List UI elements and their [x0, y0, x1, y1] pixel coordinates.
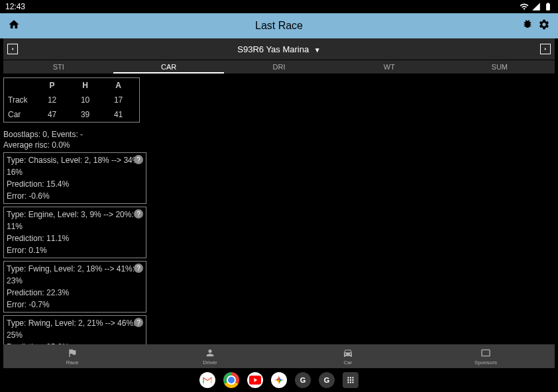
help-icon[interactable]: ?: [134, 155, 143, 164]
dock: G G: [0, 368, 558, 392]
svg-point-7: [347, 381, 349, 383]
youtube-icon[interactable]: [247, 372, 263, 388]
help-icon[interactable]: ?: [134, 318, 143, 327]
risc-info: Average risc: 0.0%: [3, 140, 555, 150]
flag-icon: [67, 348, 78, 358]
table-row: Track 12 10 17: [4, 93, 139, 107]
prev-race-button[interactable]: [7, 44, 18, 54]
status-icons: [520, 2, 553, 11]
settings-icon[interactable]: [538, 19, 550, 33]
signal-icon: [531, 2, 541, 11]
photos-icon[interactable]: [271, 372, 287, 388]
part-box: ? Type: Engine, Level: 3, 9% --> 20%: 11…: [3, 207, 146, 258]
app-icon-2[interactable]: G: [319, 372, 335, 388]
nav-race[interactable]: Race: [3, 344, 141, 368]
part-box: ? Type: Fwing, Level: 2, 18% --> 41%: 23…: [3, 261, 146, 313]
svg-point-6: [352, 379, 353, 381]
page-title: Last Race: [255, 20, 303, 32]
bug-icon[interactable]: [522, 19, 533, 33]
battery-icon: [543, 2, 553, 11]
chevron-down-icon: ▼: [314, 46, 321, 54]
home-icon[interactable]: [8, 19, 20, 33]
tab-car[interactable]: CAR: [113, 60, 223, 74]
next-race-button[interactable]: [540, 44, 551, 54]
gmail-icon[interactable]: [199, 372, 215, 388]
wifi-icon: [520, 2, 529, 11]
svg-point-9: [352, 381, 353, 383]
tab-wt[interactable]: WT: [334, 60, 444, 74]
help-icon[interactable]: ?: [134, 264, 143, 273]
nav-driver[interactable]: Driver: [141, 344, 279, 368]
nav-sponsors[interactable]: Sponsors: [417, 344, 555, 368]
svg-point-4: [347, 379, 349, 381]
svg-point-8: [350, 381, 351, 383]
svg-point-1: [347, 377, 349, 378]
subheader: S93R6 Yas Marina ▼: [3, 38, 555, 60]
tab-dri[interactable]: DRI: [224, 60, 334, 74]
tab-sti[interactable]: STI: [3, 60, 113, 74]
status-time: 12:43: [5, 2, 25, 11]
race-selector[interactable]: S93R6 Yas Marina ▼: [237, 44, 320, 54]
boostlaps-info: Boostlaps: 0, Events: -: [3, 130, 555, 139]
status-bar: 12:43: [0, 0, 558, 13]
sponsors-icon: [480, 348, 491, 358]
app-bar: Last Race: [0, 13, 558, 38]
tab-sum[interactable]: SUM: [445, 60, 555, 74]
svg-point-3: [352, 377, 353, 378]
apps-icon[interactable]: [343, 372, 359, 388]
app-icon-1[interactable]: G: [295, 372, 311, 388]
nav-car[interactable]: Car: [279, 344, 417, 368]
part-box: ? Type: Chassis, Level: 2, 18% --> 34%: …: [3, 152, 146, 204]
stats-table: P H A Track 12 10 17 Car 47 39 41: [3, 77, 140, 122]
table-row: Car 47 39 41: [4, 107, 139, 122]
svg-point-5: [350, 379, 351, 381]
chrome-icon[interactable]: [223, 372, 239, 388]
car-icon: [343, 348, 353, 358]
bottom-nav: Race Driver Car Sponsors: [3, 344, 555, 368]
svg-point-2: [350, 377, 351, 378]
person-icon: [205, 348, 215, 358]
help-icon[interactable]: ?: [134, 209, 143, 219]
content: P H A Track 12 10 17 Car 47 39 41 Boostl…: [0, 74, 558, 353]
tabs: STI CAR DRI WT SUM: [3, 60, 555, 74]
